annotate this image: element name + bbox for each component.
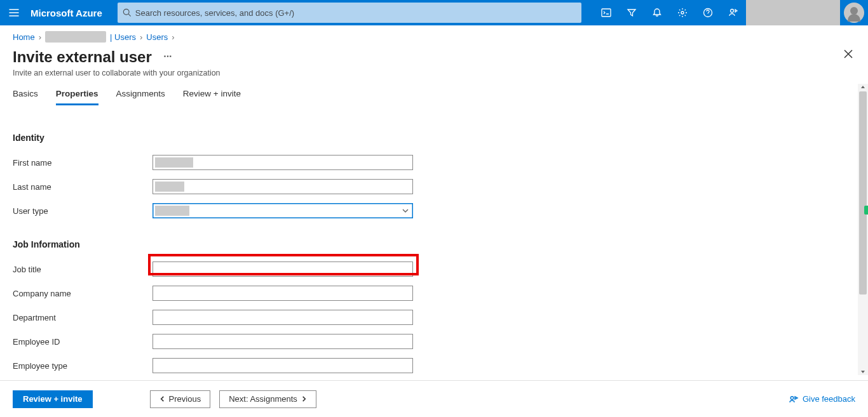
masked-value [155, 206, 189, 216]
label-last-name: Last name [13, 182, 153, 192]
tab-bar: Basics Properties Assignments Review + i… [0, 77, 868, 105]
tab-basics[interactable]: Basics [13, 89, 38, 105]
avatar[interactable] [844, 3, 864, 23]
first-name-field[interactable] [153, 155, 413, 170]
gear-icon[interactable] [670, 0, 695, 25]
tab-review[interactable]: Review + invite [183, 89, 241, 105]
chevron-right-icon: › [140, 32, 142, 42]
azure-topbar: Microsoft Azure [0, 0, 868, 25]
tab-properties[interactable]: Properties [56, 89, 98, 105]
section-job: Job Information [13, 239, 845, 249]
help-icon[interactable] [695, 0, 721, 25]
masked-value [155, 182, 184, 192]
give-feedback-link[interactable]: Give feedback [789, 394, 855, 404]
svg-point-4 [731, 10, 734, 13]
label-employee-type: Employee type [13, 361, 153, 371]
global-search[interactable] [118, 3, 581, 23]
chevron-down-icon [402, 208, 409, 214]
svg-point-0 [123, 9, 129, 15]
label-user-type: User type [13, 206, 153, 216]
employee-id-field[interactable] [153, 334, 413, 349]
feedback-icon [789, 394, 799, 404]
chevron-right-icon: › [39, 32, 41, 42]
crumb-home[interactable]: Home [13, 32, 35, 42]
svg-point-2 [681, 11, 684, 14]
account-info-masked [746, 0, 840, 25]
breadcrumb: Home › | Users › Users › [0, 25, 868, 48]
svg-rect-1 [602, 9, 611, 17]
label-first-name: First name [13, 158, 153, 168]
tab-assignments[interactable]: Assignments [116, 89, 165, 105]
scroll-down-icon[interactable] [858, 367, 868, 375]
masked-value [155, 157, 193, 168]
previous-label: Previous [169, 394, 201, 404]
label-job-title: Job title [13, 265, 153, 274]
company-name-field[interactable] [153, 286, 413, 301]
brand-label: Microsoft Azure [28, 8, 112, 18]
previous-button[interactable]: Previous [150, 390, 211, 408]
crumb-users[interactable]: Users [146, 32, 168, 42]
search-input[interactable] [135, 8, 576, 18]
label-department: Department [13, 313, 153, 322]
menu-toggle-icon[interactable] [0, 8, 28, 18]
next-button[interactable]: Next: Assignments [219, 390, 316, 408]
form-body: Identity First name Last name User type … [0, 121, 858, 375]
label-company-name: Company name [13, 289, 153, 298]
scroll-up-icon[interactable] [858, 84, 868, 91]
chevron-right-icon [301, 396, 307, 402]
job-title-field[interactable] [153, 261, 413, 277]
search-icon [123, 8, 132, 17]
page-title: Invite external user [13, 48, 152, 66]
department-field[interactable] [153, 310, 413, 325]
page-subtitle: Invite an external user to collaborate w… [13, 69, 855, 77]
feedback-person-icon[interactable] [721, 0, 746, 25]
filter-icon[interactable] [619, 0, 644, 25]
chevron-left-icon [159, 396, 165, 402]
last-name-field[interactable] [153, 179, 413, 194]
svg-point-5 [790, 396, 794, 399]
bell-icon[interactable] [644, 0, 670, 25]
footer-bar: Review + invite Previous Next: Assignmen… [0, 380, 868, 417]
scrollbar[interactable] [858, 84, 868, 375]
crumb-users-blade[interactable]: | Users [110, 32, 136, 42]
cloud-shell-icon[interactable] [593, 0, 619, 25]
review-invite-button[interactable]: Review + invite [13, 390, 93, 408]
feedback-label: Give feedback [803, 394, 855, 404]
next-label: Next: Assignments [229, 394, 297, 404]
crumb-tenant-masked [45, 31, 106, 43]
side-indicator [864, 206, 868, 215]
employee-type-field[interactable] [153, 358, 413, 373]
more-menu-icon[interactable]: ··· [163, 51, 172, 62]
label-employee-id: Employee ID [13, 337, 153, 347]
section-identity: Identity [13, 133, 845, 143]
chevron-right-icon: › [172, 32, 174, 42]
user-type-select[interactable] [153, 203, 413, 218]
scroll-thumb[interactable] [859, 91, 867, 295]
close-icon[interactable] [844, 50, 853, 61]
